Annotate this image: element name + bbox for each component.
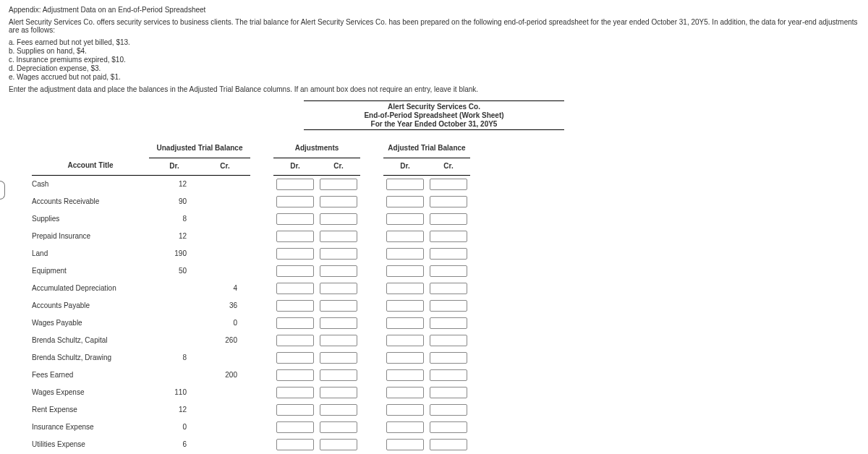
- table-row: Land190: [9, 245, 470, 262]
- adj-dr-input[interactable]: [276, 317, 314, 329]
- account-title: Supplies: [32, 210, 149, 228]
- atb-cr-input[interactable]: [430, 317, 467, 329]
- account-title: Prepaid Insurance: [32, 228, 149, 245]
- adj-cr-input[interactable]: [320, 265, 357, 277]
- atb-cr-input[interactable]: [430, 179, 467, 190]
- adj-cr-input[interactable]: [320, 213, 357, 225]
- atb-dr-input[interactable]: [386, 387, 424, 398]
- utb-cr: 4: [200, 280, 250, 297]
- atb-dr-input[interactable]: [386, 179, 424, 190]
- drag-handle[interactable]: [0, 181, 5, 200]
- adj-dr-input[interactable]: [276, 387, 314, 398]
- col-utb-cr: Cr.: [200, 158, 250, 175]
- atb-cr-input[interactable]: [430, 387, 467, 398]
- adj-dr-input[interactable]: [276, 404, 314, 416]
- adj-cr-input[interactable]: [320, 248, 357, 260]
- adj-cr-input[interactable]: [320, 196, 357, 207]
- atb-dr-input[interactable]: [386, 231, 424, 242]
- adj-dr-input[interactable]: [276, 352, 314, 364]
- adj-dr-input[interactable]: [276, 421, 314, 433]
- table-row: Brenda Schultz, Drawing8: [9, 349, 470, 367]
- account-title: Insurance Expense: [32, 419, 149, 436]
- adj-cr-input[interactable]: [320, 231, 357, 242]
- adj-dr-input[interactable]: [276, 213, 314, 225]
- atb-cr-input[interactable]: [430, 196, 467, 207]
- utb-dr: 8: [149, 349, 200, 367]
- table-row: Prepaid Insurance12: [9, 228, 470, 245]
- adj-cr-input[interactable]: [320, 352, 357, 364]
- utb-dr: 6: [149, 436, 200, 453]
- atb-dr-input[interactable]: [386, 369, 424, 381]
- atb-cr-input[interactable]: [430, 300, 467, 312]
- adj-cr-input[interactable]: [320, 300, 357, 312]
- col-group-utb: Unadjusted Trial Balance: [149, 140, 250, 158]
- document-name: End-of-Period Spreadsheet (Work Sheet): [9, 111, 859, 119]
- utb-dr: 12: [149, 401, 200, 419]
- table-row: Fees Earned200: [9, 367, 470, 384]
- utb-cr: 36: [200, 297, 250, 314]
- col-account: Account Title: [32, 158, 149, 175]
- adj-cr-input[interactable]: [320, 283, 357, 294]
- account-title: Land: [32, 245, 149, 262]
- account-title: Equipment: [32, 262, 149, 280]
- utb-cr: 0: [200, 314, 250, 332]
- utb-cr: [200, 419, 250, 436]
- utb-dr: 12: [149, 228, 200, 245]
- adj-cr-input[interactable]: [320, 421, 357, 433]
- adj-dr-input[interactable]: [276, 335, 314, 346]
- utb-dr: [149, 280, 200, 297]
- adj-dr-input[interactable]: [276, 231, 314, 242]
- atb-cr-input[interactable]: [430, 421, 467, 433]
- adj-cr-input[interactable]: [320, 369, 357, 381]
- adj-dr-input[interactable]: [276, 369, 314, 381]
- adj-dr-input[interactable]: [276, 300, 314, 312]
- table-row: Accumulated Depreciation4: [9, 280, 470, 297]
- atb-cr-input[interactable]: [430, 439, 467, 450]
- atb-dr-input[interactable]: [386, 317, 424, 329]
- atb-cr-input[interactable]: [430, 404, 467, 416]
- adj-dr-input[interactable]: [276, 179, 314, 190]
- adj-dr-input[interactable]: [276, 439, 314, 450]
- atb-dr-input[interactable]: [386, 439, 424, 450]
- col-group-adj: Adjustments: [273, 140, 360, 158]
- atb-dr-input[interactable]: [386, 335, 424, 346]
- atb-dr-input[interactable]: [386, 248, 424, 260]
- atb-cr-input[interactable]: [430, 369, 467, 381]
- col-adj-cr: Cr.: [317, 158, 360, 175]
- atb-dr-input[interactable]: [386, 300, 424, 312]
- atb-dr-input[interactable]: [386, 283, 424, 294]
- atb-cr-input[interactable]: [430, 231, 467, 242]
- atb-dr-input[interactable]: [386, 196, 424, 207]
- atb-dr-input[interactable]: [386, 421, 424, 433]
- utb-dr: 0: [149, 419, 200, 436]
- atb-cr-input[interactable]: [430, 248, 467, 260]
- atb-cr-input[interactable]: [430, 265, 467, 277]
- atb-dr-input[interactable]: [386, 352, 424, 364]
- atb-dr-input[interactable]: [386, 265, 424, 277]
- adj-cr-input[interactable]: [320, 404, 357, 416]
- adj-cr-input[interactable]: [320, 387, 357, 398]
- utb-dr: [149, 297, 200, 314]
- utb-cr: [200, 349, 250, 367]
- adj-dr-input[interactable]: [276, 196, 314, 207]
- atb-cr-input[interactable]: [430, 283, 467, 294]
- atb-cr-input[interactable]: [430, 335, 467, 346]
- utb-cr: [200, 245, 250, 262]
- adj-cr-input[interactable]: [320, 179, 357, 190]
- adj-d: d. Depreciation expense, $3.: [9, 64, 859, 72]
- adj-dr-input[interactable]: [276, 248, 314, 260]
- utb-cr: [200, 262, 250, 280]
- table-row: Equipment50: [9, 262, 470, 280]
- atb-dr-input[interactable]: [386, 213, 424, 225]
- adj-dr-input[interactable]: [276, 265, 314, 277]
- atb-cr-input[interactable]: [430, 352, 467, 364]
- atb-dr-input[interactable]: [386, 404, 424, 416]
- adj-cr-input[interactable]: [320, 335, 357, 346]
- worksheet-header: Alert Security Services Co. End-of-Perio…: [9, 100, 859, 130]
- adj-cr-input[interactable]: [320, 317, 357, 329]
- adj-dr-input[interactable]: [276, 283, 314, 294]
- atb-cr-input[interactable]: [430, 213, 467, 225]
- worksheet-table: Unadjusted Trial Balance Adjustments Adj…: [9, 140, 470, 454]
- adj-cr-input[interactable]: [320, 439, 357, 450]
- utb-dr: 12: [149, 175, 200, 193]
